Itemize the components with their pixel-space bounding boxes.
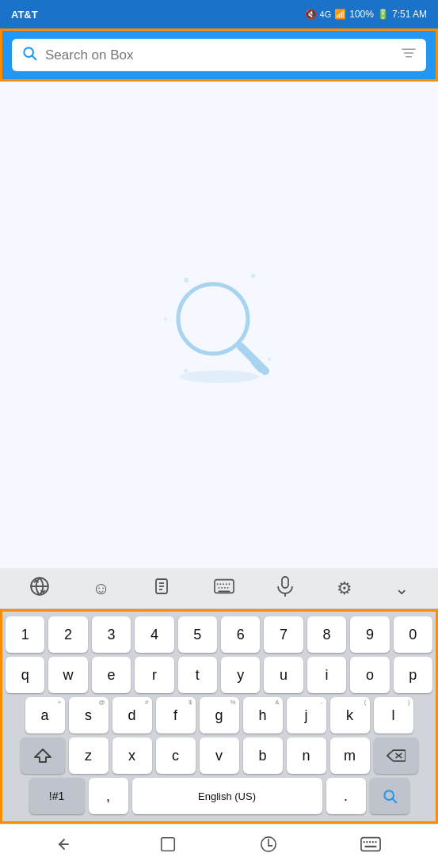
keyboard-layout-icon[interactable] — [209, 575, 239, 602]
key-d[interactable]: #d — [112, 697, 152, 733]
key-c[interactable]: c — [156, 737, 196, 774]
settings-icon[interactable]: ⚙ — [332, 575, 357, 602]
key-n[interactable]: n — [287, 737, 326, 774]
key-o[interactable]: o — [350, 657, 389, 693]
key-q[interactable]: q — [6, 657, 44, 693]
key-t[interactable]: t — [178, 657, 217, 693]
collapse-icon[interactable]: ⌄ — [390, 575, 413, 602]
key-k[interactable]: (k — [330, 697, 370, 733]
key-y[interactable]: y — [221, 657, 260, 693]
svg-point-6 — [178, 284, 248, 354]
key-e[interactable]: e — [92, 657, 131, 693]
filter-icon[interactable] — [401, 47, 417, 63]
search-bar[interactable] — [12, 39, 426, 71]
key-5[interactable]: 5 — [178, 616, 217, 653]
key-7[interactable]: 7 — [264, 616, 303, 653]
key-v[interactable]: v — [200, 737, 239, 774]
keyboard: 1 2 3 4 5 6 7 8 9 0 q w e r t y u i o p … — [0, 609, 438, 824]
svg-point-5 — [180, 370, 259, 383]
key-4[interactable]: 4 — [135, 616, 173, 653]
key-1[interactable]: 1 — [6, 616, 44, 653]
key-0[interactable]: 0 — [394, 616, 432, 653]
svg-marker-26 — [35, 749, 51, 762]
time-label: 7:51 AM — [392, 9, 427, 20]
status-bar: AT&T 🔇 4G 📶 100% 🔋 7:51 AM — [0, 0, 438, 28]
signal-icon: 📶 — [334, 9, 346, 20]
recents-nav-icon[interactable] — [260, 836, 277, 858]
key-z[interactable]: z — [69, 737, 109, 774]
zxcv-row: z x c v b n m — [6, 737, 432, 774]
clipboard-icon[interactable] — [147, 574, 176, 604]
key-h[interactable]: &h — [243, 697, 283, 733]
search-key[interactable] — [370, 778, 409, 814]
main-content — [0, 81, 438, 568]
backspace-key[interactable] — [374, 737, 418, 774]
key-p[interactable]: p — [394, 657, 432, 693]
search-bar-wrapper — [0, 28, 438, 81]
key-x[interactable]: x — [112, 737, 152, 774]
battery-icon: 🔋 — [377, 9, 389, 20]
battery-label: 100% — [349, 9, 374, 20]
key-r[interactable]: r — [135, 657, 173, 693]
key-g[interactable]: %g — [200, 697, 239, 733]
mute-icon: 🔇 — [305, 9, 317, 20]
comma-key[interactable]: , — [89, 778, 128, 814]
key-6[interactable]: 6 — [221, 616, 260, 653]
key-m[interactable]: m — [330, 737, 370, 774]
key-u[interactable]: u — [264, 657, 303, 693]
key-w[interactable]: w — [48, 657, 87, 693]
emoji-icon[interactable]: ☺ — [87, 575, 114, 602]
key-b[interactable]: b — [243, 737, 283, 774]
svg-line-30 — [392, 799, 396, 803]
translate-icon[interactable] — [25, 573, 55, 605]
back-nav-icon[interactable] — [57, 835, 76, 859]
bottom-row: !#1 , English (US) . — [6, 778, 432, 814]
home-nav-icon[interactable] — [159, 836, 177, 858]
svg-rect-32 — [162, 837, 175, 851]
asdf-row: +a @s #d $f %g &h -j (k )l — [6, 697, 432, 733]
key-j[interactable]: -j — [287, 697, 326, 733]
number-row: 1 2 3 4 5 6 7 8 9 0 — [6, 616, 432, 653]
carrier-label: AT&T — [11, 9, 38, 21]
keyboard-toolbar: ☺ ⚙ ⌄ — [0, 568, 438, 609]
symbols-key[interactable]: !#1 — [29, 778, 85, 814]
status-icons: 🔇 4G 📶 100% 🔋 7:51 AM — [305, 9, 427, 20]
space-key[interactable]: English (US) — [132, 778, 322, 814]
search-input[interactable] — [45, 47, 393, 63]
period-key[interactable]: . — [326, 778, 366, 814]
svg-line-1 — [32, 56, 36, 60]
data-icon: 4G — [320, 9, 332, 19]
svg-rect-33 — [361, 837, 380, 851]
search-icon — [21, 45, 37, 65]
key-l[interactable]: )l — [374, 697, 413, 733]
key-a[interactable]: +a — [25, 697, 65, 733]
keyboard-nav-icon[interactable] — [360, 836, 381, 857]
nav-bar — [0, 824, 438, 868]
key-i[interactable]: i — [307, 657, 346, 693]
key-3[interactable]: 3 — [92, 616, 131, 653]
key-8[interactable]: 8 — [307, 616, 346, 653]
search-illustration — [140, 246, 299, 404]
key-f[interactable]: $f — [156, 697, 196, 733]
key-9[interactable]: 9 — [350, 616, 389, 653]
qwerty-row: q w e r t y u i o p — [6, 657, 432, 693]
key-2[interactable]: 2 — [48, 616, 87, 653]
mic-icon[interactable] — [272, 573, 299, 605]
svg-rect-24 — [282, 577, 288, 588]
shift-key[interactable] — [21, 737, 65, 774]
key-s[interactable]: @s — [69, 697, 109, 733]
